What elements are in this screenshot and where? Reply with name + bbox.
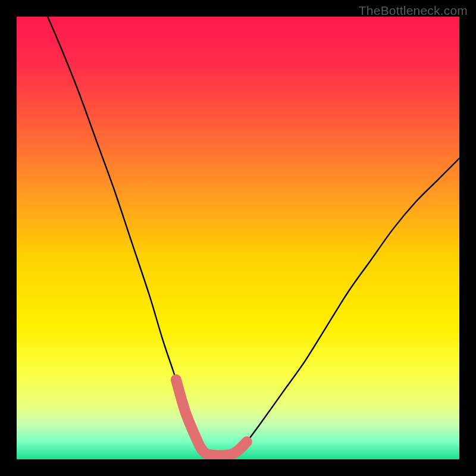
gradient-background <box>17 17 459 459</box>
watermark-label: TheBottleneck.com <box>359 4 468 18</box>
chart-frame: TheBottleneck.com <box>0 0 476 476</box>
bottleneck-chart <box>17 17 459 459</box>
plot-area <box>17 17 459 459</box>
